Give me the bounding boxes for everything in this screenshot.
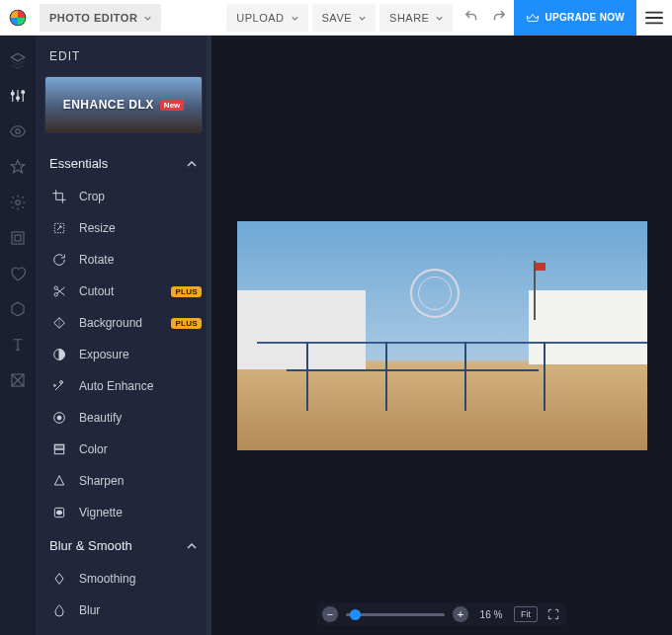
zoom-slider[interactable] <box>346 613 445 616</box>
tool-label: Exposure <box>79 348 129 361</box>
wand-icon <box>51 378 67 394</box>
caret-down-icon <box>359 12 366 24</box>
tool-exposure[interactable]: Exposure <box>36 339 211 370</box>
upload-button[interactable]: UPLOAD <box>226 4 307 32</box>
chevron-up-icon <box>186 540 198 552</box>
tool-smoothing[interactable]: Smoothing <box>36 563 211 595</box>
svg-point-2 <box>17 97 20 100</box>
hexagon-icon[interactable] <box>9 300 27 318</box>
color-icon <box>51 441 67 457</box>
svg-rect-6 <box>12 232 24 244</box>
canvas-area: − + 16 % Fit <box>211 36 672 635</box>
tool-label: Beautify <box>79 411 122 425</box>
app-logo[interactable] <box>0 0 36 36</box>
plus-badge: PLUS <box>171 318 202 329</box>
background-icon <box>51 315 67 331</box>
svg-point-10 <box>54 286 57 289</box>
frame-icon[interactable] <box>9 229 27 247</box>
zoom-thumb[interactable] <box>350 609 361 620</box>
eye-icon[interactable] <box>9 122 27 140</box>
tool-resize[interactable]: Resize <box>36 212 211 244</box>
upgrade-label: UPGRADE NOW <box>545 12 625 23</box>
svg-point-4 <box>16 129 21 134</box>
image-preview <box>237 221 647 450</box>
tool-auto-enhance[interactable]: Auto Enhance <box>36 370 211 402</box>
heart-icon[interactable] <box>9 265 27 282</box>
fullscreen-button[interactable] <box>546 606 561 622</box>
undo-icon[interactable] <box>462 7 480 29</box>
canvas[interactable] <box>211 36 672 635</box>
star-icon[interactable] <box>9 158 27 176</box>
hamburger-icon <box>645 11 663 25</box>
redo-icon[interactable] <box>490 7 508 29</box>
svg-point-3 <box>22 91 25 94</box>
layers-icon[interactable] <box>9 51 27 69</box>
topbar: PHOTO EDITOR UPLOAD SAVE SHARE UPGRADE N… <box>0 0 672 36</box>
tool-label: Resize <box>79 221 116 235</box>
upgrade-button[interactable]: UPGRADE NOW <box>514 0 636 36</box>
svg-rect-7 <box>15 235 21 241</box>
tool-label: Crop <box>79 190 105 203</box>
rotate-icon <box>51 252 67 268</box>
crop-icon <box>51 189 67 204</box>
scissors-icon <box>51 283 67 299</box>
exposure-icon <box>51 347 67 362</box>
tool-vignette[interactable]: Vignette <box>36 497 211 528</box>
smoothing-icon <box>51 571 67 587</box>
fit-button[interactable]: Fit <box>514 606 538 622</box>
enhance-dlx-promo[interactable]: ENHANCE DLX New <box>45 77 202 132</box>
svg-point-5 <box>16 200 21 205</box>
section-essentials[interactable]: Essentials <box>36 146 211 181</box>
tool-category-strip <box>0 36 36 635</box>
tool-label: Sharpen <box>79 474 124 488</box>
save-button[interactable]: SAVE <box>312 4 377 32</box>
caret-down-icon <box>436 12 443 24</box>
menu-button[interactable] <box>636 11 672 25</box>
share-button[interactable]: SHARE <box>379 4 453 32</box>
svg-point-14 <box>57 416 61 420</box>
plus-badge: PLUS <box>171 286 202 297</box>
mode-selector[interactable]: PHOTO EDITOR <box>40 4 161 32</box>
gear-icon[interactable] <box>9 194 27 211</box>
svg-rect-16 <box>54 444 63 449</box>
tool-label: Blur <box>79 603 100 617</box>
undo-redo-group <box>457 7 514 29</box>
tool-beautify[interactable]: Beautify <box>36 402 211 434</box>
beautify-icon <box>51 410 67 426</box>
tool-background[interactable]: Background PLUS <box>36 307 211 339</box>
crown-icon <box>526 11 540 25</box>
sliders-icon[interactable] <box>9 87 27 105</box>
tool-color[interactable]: Color <box>36 434 211 465</box>
section-label: Blur & Smooth <box>49 538 132 553</box>
blur-icon <box>51 602 67 618</box>
tool-label: Vignette <box>79 506 123 519</box>
save-label: SAVE <box>322 12 353 24</box>
svg-point-11 <box>54 293 57 296</box>
tool-sharpen[interactable]: Sharpen <box>36 465 211 497</box>
section-blur-smooth[interactable]: Blur & Smooth <box>36 528 211 563</box>
tool-label: Auto Enhance <box>79 379 153 393</box>
zoom-in-button[interactable]: + <box>453 606 468 622</box>
svg-point-18 <box>56 511 61 515</box>
vignette-icon <box>51 505 67 520</box>
tool-cutout[interactable]: Cutout PLUS <box>36 276 211 307</box>
caret-down-icon <box>292 12 298 24</box>
zoom-bar: − + 16 % Fit <box>317 603 566 625</box>
tool-blur[interactable]: Blur <box>36 595 211 626</box>
caret-down-icon <box>144 12 151 24</box>
promo-label: ENHANCE DLX <box>63 98 154 112</box>
tool-rotate[interactable]: Rotate <box>36 244 211 276</box>
texture-icon[interactable] <box>9 371 27 389</box>
text-icon[interactable] <box>9 336 27 354</box>
tool-crop[interactable]: Crop <box>36 181 211 212</box>
zoom-percent: 16 % <box>476 609 506 620</box>
expand-icon <box>546 607 560 621</box>
panel-title: EDIT <box>36 36 211 73</box>
sharpen-icon <box>51 473 67 489</box>
chevron-up-icon <box>186 158 198 170</box>
zoom-out-button[interactable]: − <box>322 606 338 622</box>
tool-label: Rotate <box>79 253 114 267</box>
share-label: SHARE <box>389 12 429 24</box>
upload-label: UPLOAD <box>236 12 284 24</box>
section-label: Essentials <box>49 156 108 171</box>
